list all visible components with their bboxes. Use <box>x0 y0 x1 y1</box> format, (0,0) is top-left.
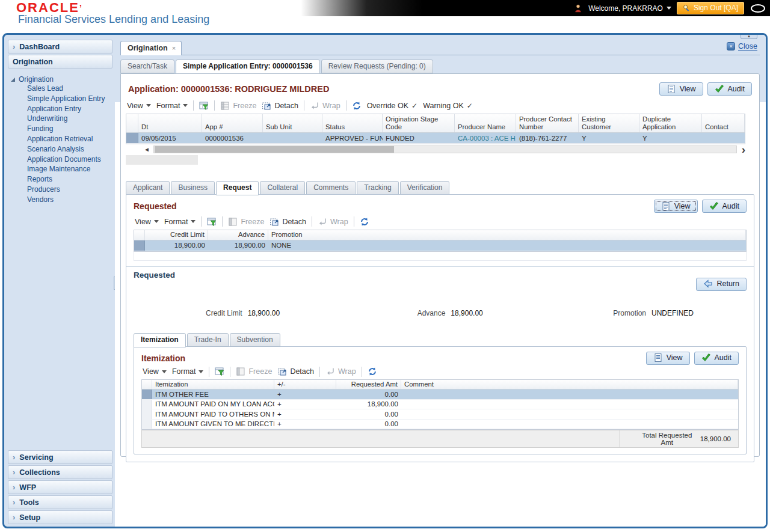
collapse-pane-arrow[interactable]: ▲ <box>741 34 757 39</box>
chevron-down-icon <box>154 220 159 223</box>
format-menu[interactable]: Format <box>164 218 196 226</box>
tab-applicant[interactable]: Applicant <box>126 181 170 195</box>
tree-item-underwriting[interactable]: Underwriting <box>11 114 112 124</box>
itemization-row[interactable]: ITM OTHER FEE + 0.00 <box>142 390 738 400</box>
application-table-row[interactable]: 09/05/2015 0000001536 APPROVED - FUN... … <box>126 133 745 144</box>
cell-producer-contact: (818)-761-2277 <box>516 135 579 142</box>
itemization-row[interactable]: ITM AMOUNT GIVEN TO ME DIRECTLY + 0.00 <box>142 420 738 430</box>
tree-item-sales-lead[interactable]: Sales Lead <box>11 84 112 94</box>
view-button[interactable]: View <box>646 352 690 365</box>
format-menu[interactable]: Format <box>156 102 188 110</box>
tab-subvention[interactable]: Subvention <box>230 333 280 347</box>
toolbar-separator <box>312 216 312 227</box>
scroll-left-arrow[interactable]: ◄ <box>126 146 153 153</box>
oracle-oval-icon[interactable] <box>751 4 765 13</box>
tab-comments[interactable]: Comments <box>306 181 356 195</box>
tree-item-image-maintenance[interactable]: Image Maintenance <box>11 164 112 174</box>
requested-table-row[interactable]: 18,900.00 18,900.00 NONE <box>134 240 746 251</box>
close-button[interactable]: × Close <box>727 42 760 55</box>
audit-button[interactable]: Audit <box>702 200 747 213</box>
column-header-producer-name: Producer Name <box>455 114 516 132</box>
tree-expanded-icon[interactable] <box>11 78 15 82</box>
refresh-icon[interactable] <box>368 367 377 376</box>
tab-business[interactable]: Business <box>171 181 215 195</box>
cell-producer-name: CA-00003 : ACE H... <box>455 135 516 142</box>
sidebar-item-origination[interactable]: Origination <box>8 55 112 69</box>
audit-button[interactable]: Audit <box>707 82 753 96</box>
tree-item-simple-application-entry[interactable]: Simple Application Entry <box>11 94 112 104</box>
scrollbar-track[interactable] <box>153 145 737 153</box>
logo-mark: ’ <box>79 3 83 13</box>
tab-search-task[interactable]: Search/Task <box>120 60 174 73</box>
tree-item-funding[interactable]: Funding <box>11 124 112 134</box>
itemization-table-header: Itemization +/- Requested Amt Comment <box>142 380 738 390</box>
page-tab-bar: Search/Task Simple Application Entry: 00… <box>120 59 760 73</box>
tab-request[interactable]: Request <box>216 181 259 195</box>
cell-requested-amt: 0.00 <box>336 391 401 398</box>
itemization-row[interactable]: ITM AMOUNT PAID ON MY LOAN ACC... + 18,9… <box>142 400 738 410</box>
query-by-example-icon[interactable] <box>207 217 217 227</box>
warning-ok-toggle[interactable]: Warning OK ✓ <box>423 102 473 110</box>
tree-item-application-entry[interactable]: Application Entry <box>11 104 112 114</box>
sidebar-item-wfp[interactable]: › WFP <box>8 480 112 494</box>
detail-strip <box>126 155 745 165</box>
tab-tracking[interactable]: Tracking <box>357 181 399 195</box>
tree-item-scenario-analysis[interactable]: Scenario Analysis <box>11 144 112 154</box>
tab-trade-in[interactable]: Trade-In <box>187 333 229 347</box>
sidebar-item-dashboard[interactable]: › DashBoard <box>8 40 112 54</box>
toolbar-separator <box>201 216 202 227</box>
sidebar-item-collections[interactable]: › Collections <box>8 465 112 479</box>
field-label: Credit Limit <box>206 309 242 317</box>
view-menu[interactable]: View <box>127 102 151 110</box>
view-button-label: View <box>680 85 696 93</box>
chevron-down-icon <box>667 7 671 10</box>
tree-item-reports[interactable]: Reports <box>11 174 112 185</box>
refresh-icon[interactable] <box>352 101 362 111</box>
query-by-example-icon[interactable] <box>215 367 224 376</box>
scroll-next-arrow[interactable]: › <box>737 145 745 153</box>
tree-node-origination[interactable]: Origination <box>11 75 112 84</box>
scrollbar-thumb[interactable] <box>155 146 394 153</box>
sidebar-item-tools[interactable]: › Tools <box>8 495 112 509</box>
format-menu-label: Format <box>164 218 188 226</box>
detach-button[interactable]: Detach <box>270 217 306 227</box>
tab-review-requests[interactable]: Review Requests (Pending: 0) <box>321 60 433 73</box>
row-gutter <box>142 409 152 419</box>
welcome-user-menu[interactable]: Welcome, PRAKRRAO <box>588 4 671 13</box>
application-toolbar: View Format Freeze <box>126 98 754 114</box>
cell-sign: + <box>274 391 336 398</box>
requested-panel: Requested View <box>126 194 754 462</box>
view-button[interactable]: View <box>654 200 698 213</box>
sign-out-button[interactable]: Sign Out [QA] <box>677 2 744 14</box>
detach-button[interactable]: Detach <box>262 101 298 111</box>
tree-item-vendors[interactable]: Vendors <box>11 195 112 205</box>
tab-origination[interactable]: Origination × <box>120 41 182 55</box>
itemization-row[interactable]: ITM AMOUNT PAID TO OTHERS ON M... + 0.00 <box>142 409 738 420</box>
tree-item-producers[interactable]: Producers <box>11 185 112 195</box>
tree-item-application-documents[interactable]: Application Documents <box>11 154 112 165</box>
detach-label: Detach <box>290 367 314 376</box>
tab-close-icon[interactable]: × <box>172 44 176 52</box>
override-ok-toggle[interactable]: Override OK ✓ <box>367 102 418 110</box>
sidebar-item-setup[interactable]: › Setup <box>8 510 112 524</box>
query-by-example-icon[interactable] <box>199 101 209 111</box>
view-button[interactable]: View <box>659 82 703 96</box>
return-button[interactable]: Return <box>696 278 747 291</box>
tab-collateral[interactable]: Collateral <box>260 181 305 195</box>
view-menu[interactable]: View <box>135 218 159 226</box>
format-menu[interactable]: Format <box>172 367 204 376</box>
tab-verification[interactable]: Verification <box>400 181 450 195</box>
view-menu[interactable]: View <box>143 367 167 376</box>
cell-sign: + <box>274 420 336 427</box>
sidebar-item-servicing[interactable]: › Servicing <box>8 450 112 464</box>
top-header: ORACLE’ Financial Services Lending and L… <box>0 0 770 28</box>
tree-item-application-retrieval[interactable]: Application Retrieval <box>11 134 112 144</box>
tab-simple-application-entry[interactable]: Simple Application Entry: 0000001536 <box>176 60 320 74</box>
tab-itemization[interactable]: Itemization <box>134 333 186 347</box>
detach-button[interactable]: Detach <box>277 367 314 376</box>
footer-total-cell: Total Requested Amt 18,900.00 <box>620 430 738 447</box>
column-header-gutter <box>134 230 145 240</box>
refresh-icon[interactable] <box>360 217 369 227</box>
audit-button[interactable]: Audit <box>694 352 739 365</box>
row-gutter <box>142 420 152 429</box>
